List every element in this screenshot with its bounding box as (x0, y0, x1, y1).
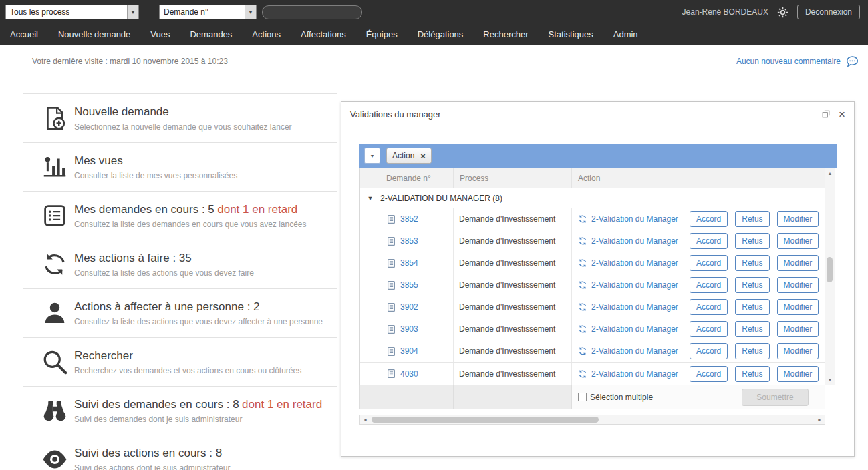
close-icon[interactable]: × (839, 109, 845, 120)
nav-item-statistiques[interactable]: Statistiques (539, 24, 603, 45)
modifier-button[interactable]: Modifier (777, 366, 819, 382)
sync-icon (578, 324, 587, 334)
modifier-button[interactable]: Modifier (777, 233, 819, 249)
action-link[interactable]: 2-Validation du Manager (591, 324, 678, 334)
collapse-caret-icon[interactable]: ▼ (360, 195, 380, 202)
demande-link[interactable]: 3855 (400, 280, 418, 290)
demande-link[interactable]: 3854 (400, 258, 418, 268)
demande-cell: 3852 (380, 208, 454, 230)
vertical-scrollbar[interactable]: ▲ ▼ (825, 168, 835, 385)
nav-item-nouvelle-demande[interactable]: Nouvelle demande (48, 24, 140, 45)
refus-button[interactable]: Refus (735, 366, 769, 382)
menu-item-rechercher[interactable]: RechercherRecherchez vos demandes et vos… (23, 337, 337, 386)
nav-item-equipes[interactable]: Équipes (356, 24, 408, 45)
table-row: 3852Demande d'Investissement2-Validation… (360, 208, 825, 230)
action-link[interactable]: 2-Validation du Manager (591, 346, 678, 356)
menu-item-suivi-des-demandes-en-cours-8[interactable]: Suivi des demandes en cours : 8 dont 1 e… (23, 386, 337, 435)
group-row[interactable]: ▼ 2-VALIDATION DU MANAGER (8) (360, 188, 825, 208)
hscroll-thumb[interactable] (372, 417, 599, 423)
multi-select-checkbox[interactable] (578, 393, 587, 401)
accord-button[interactable]: Accord (690, 255, 728, 271)
hscroll-track[interactable] (370, 415, 815, 424)
scroll-right-icon[interactable]: ► (815, 415, 825, 424)
refus-button[interactable]: Refus (735, 211, 769, 227)
scroll-left-icon[interactable]: ◄ (360, 415, 370, 424)
refus-button[interactable]: Refus (735, 255, 769, 271)
modifier-button[interactable]: Modifier (777, 321, 819, 337)
menu-item-mes-actions-a-faire-35[interactable]: Mes actions à faire : 35Consultez la lis… (23, 240, 337, 288)
popout-icon[interactable] (822, 110, 830, 118)
process-cell: Demande d'Investissement (454, 274, 572, 296)
modifier-button[interactable]: Modifier (777, 343, 819, 359)
action-link[interactable]: 2-Validation du Manager (591, 280, 678, 290)
refus-button[interactable]: Refus (735, 277, 769, 293)
scroll-up-icon[interactable]: ▲ (825, 168, 835, 178)
quick-search-input[interactable] (262, 5, 362, 19)
menu-item-text: RechercherRecherchez vos demandes et vos… (74, 349, 301, 375)
header-process[interactable]: Process (454, 168, 572, 188)
comments-link[interactable]: Aucun nouveau commentaire (736, 57, 841, 66)
header-action[interactable]: Action (572, 168, 825, 188)
accord-button[interactable]: Accord (690, 233, 728, 249)
vscroll-thumb[interactable] (827, 257, 833, 282)
accord-button[interactable]: Accord (690, 299, 728, 315)
demande-link[interactable]: 3853 (400, 236, 418, 246)
process-filter-select[interactable]: Tous les process ▼ (5, 5, 139, 19)
accord-button[interactable]: Accord (690, 277, 728, 293)
search-type-select[interactable]: Demande n° ▼ (159, 5, 257, 19)
action-link[interactable]: 2-Validation du Manager (591, 369, 678, 379)
scroll-down-icon[interactable]: ▼ (825, 375, 835, 385)
modifier-button[interactable]: Modifier (777, 211, 819, 227)
nav-item-vues[interactable]: Vues (140, 24, 180, 45)
nav-item-rechercher[interactable]: Rechercher (473, 24, 538, 45)
demande-link[interactable]: 4030 (400, 369, 418, 379)
accord-button[interactable]: Accord (690, 366, 728, 382)
accord-button[interactable]: Accord (690, 211, 728, 227)
menu-item-nouvelle-demande[interactable]: Nouvelle demandeSélectionnez la nouvelle… (23, 93, 337, 142)
modifier-button[interactable]: Modifier (777, 255, 819, 271)
action-link[interactable]: 2-Validation du Manager (591, 236, 678, 246)
row-caret-cell (360, 363, 380, 385)
nav-item-demandes[interactable]: Demandes (180, 24, 242, 45)
refus-button[interactable]: Refus (735, 299, 769, 315)
nav-item-actions[interactable]: Actions (242, 24, 291, 45)
refus-button[interactable]: Refus (735, 321, 769, 337)
refus-button[interactable]: Refus (735, 233, 769, 249)
logout-button[interactable]: Déconnexion (797, 5, 860, 19)
modifier-button[interactable]: Modifier (777, 277, 819, 293)
refus-button[interactable]: Refus (735, 343, 769, 359)
demande-cell: 4030 (380, 363, 454, 385)
document-icon (386, 214, 396, 224)
nav-item-accueil[interactable]: Accueil (0, 24, 48, 45)
accord-button[interactable]: Accord (690, 343, 728, 359)
accord-button[interactable]: Accord (690, 321, 728, 337)
settings-gear-icon[interactable] (777, 7, 788, 18)
demande-cell: 3903 (380, 318, 454, 340)
chip-close-icon[interactable]: × (420, 151, 426, 161)
menu-item-suivi-des-actions-en-cours-8[interactable]: Suivi des actions en cours : 8Suivi des … (23, 435, 337, 470)
action-link[interactable]: 2-Validation du Manager (591, 302, 678, 312)
vscroll-track[interactable] (825, 178, 835, 375)
horizontal-scrollbar[interactable]: ◄ ► (359, 415, 825, 425)
action-link[interactable]: 2-Validation du Manager (591, 214, 678, 224)
nav-item-delegations[interactable]: Délégations (408, 24, 474, 45)
filter-dropdown-button[interactable]: ▼ (364, 148, 380, 164)
comment-bubble-icon[interactable] (846, 55, 859, 68)
menu-item-mes-vues[interactable]: Mes vuesConsulter la liste de mes vues p… (23, 142, 337, 191)
demande-link[interactable]: 3904 (400, 346, 418, 356)
nav-item-affectations[interactable]: Affectations (291, 24, 356, 45)
action-link[interactable]: 2-Validation du Manager (591, 258, 678, 268)
demande-cell: 3853 (380, 230, 454, 252)
menu-item-actions-a-affecter-a-une-personne-2[interactable]: Actions à affecter à une personne : 2Con… (23, 288, 337, 337)
menu-item-subtitle: Sélectionnez la nouvelle demande que vou… (74, 122, 292, 132)
filter-chip-action[interactable]: Action × (386, 148, 432, 164)
modifier-button[interactable]: Modifier (777, 299, 819, 315)
demande-link[interactable]: 3902 (400, 302, 418, 312)
demande-link[interactable]: 3852 (400, 214, 418, 224)
submit-button[interactable]: Soumettre (742, 389, 809, 406)
row-caret-cell (360, 318, 380, 340)
header-demande[interactable]: Demande n° (380, 168, 454, 188)
menu-item-mes-demandes-en-cours-5[interactable]: Mes demandes en cours : 5 dont 1 en reta… (23, 191, 337, 240)
demande-link[interactable]: 3903 (400, 324, 418, 334)
nav-item-admin[interactable]: Admin (603, 24, 648, 45)
